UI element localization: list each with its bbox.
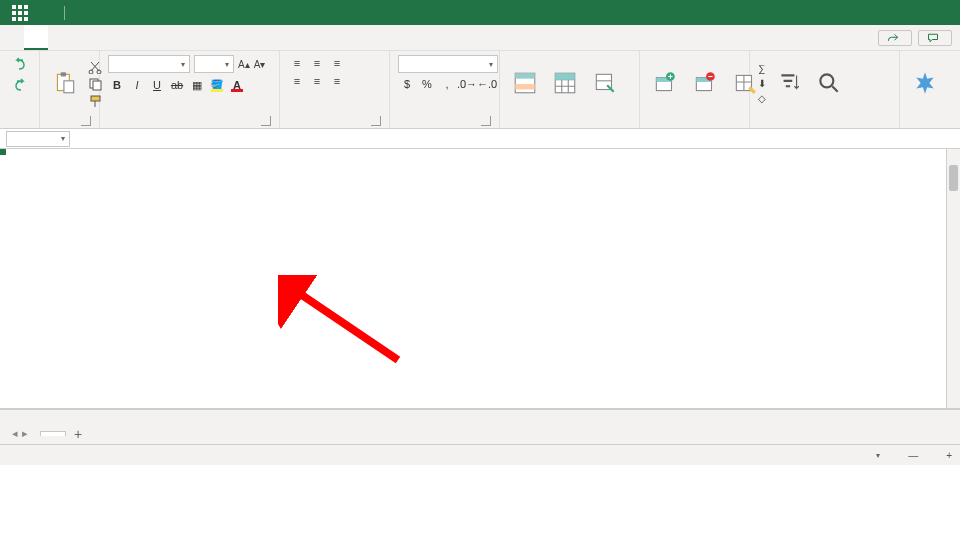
align-center-icon[interactable]: ≡ xyxy=(308,73,326,89)
comment-icon xyxy=(927,32,939,44)
group-tables xyxy=(508,112,631,126)
comments-button[interactable] xyxy=(918,30,952,46)
vertical-scrollbar[interactable] xyxy=(946,149,960,408)
tab-insert[interactable] xyxy=(48,25,72,50)
zoom-in[interactable]: + xyxy=(946,450,952,461)
align-mid-icon[interactable]: ≡ xyxy=(308,55,326,71)
align-bot-icon[interactable]: ≡ xyxy=(328,55,346,71)
tab-data[interactable] xyxy=(96,25,120,50)
tab-file[interactable] xyxy=(0,25,24,50)
find-select-button[interactable] xyxy=(812,68,846,100)
group-editing xyxy=(758,112,891,126)
font-name-dropdown[interactable]: ▾ xyxy=(108,55,190,73)
number-format-dropdown[interactable]: ▾ xyxy=(398,55,498,73)
cond-fmt-icon xyxy=(512,70,538,96)
tab-home[interactable] xyxy=(24,25,48,50)
italic-button[interactable]: I xyxy=(128,77,146,93)
align-left-icon[interactable]: ≡ xyxy=(288,73,306,89)
paste-button[interactable] xyxy=(48,68,82,100)
zoom-out[interactable]: — xyxy=(908,450,918,461)
svg-rect-10 xyxy=(515,84,535,89)
svg-rect-2 xyxy=(64,80,74,92)
dec-decimal-icon[interactable]: ←.0 xyxy=(478,76,496,92)
grow-font-icon[interactable]: A▴ xyxy=(238,59,250,70)
strike-button[interactable]: ab xyxy=(168,77,186,93)
bold-button[interactable]: B xyxy=(108,77,126,93)
spreadsheet-grid[interactable] xyxy=(0,149,960,409)
sort-filter-button[interactable] xyxy=(772,68,806,100)
svg-point-21 xyxy=(820,74,833,87)
find-icon xyxy=(816,70,842,96)
status-bar: ▾ — + xyxy=(0,445,960,465)
autosum-button[interactable]: ∑ xyxy=(758,63,765,74)
table-icon xyxy=(552,70,578,96)
undo-icon[interactable] xyxy=(11,55,29,73)
scroll-thumb[interactable] xyxy=(949,165,958,191)
ideas-button[interactable] xyxy=(908,68,942,100)
group-number xyxy=(398,112,491,126)
share-button[interactable] xyxy=(878,30,912,46)
add-sheet-button[interactable]: + xyxy=(66,426,90,442)
sheet-tab[interactable] xyxy=(40,431,66,436)
group-cells xyxy=(648,112,741,126)
delete-icon xyxy=(692,70,718,96)
ribbon: ▾ ▾ A▴ A▾ B I U ab ▦ 🪣 A ≡ ≡ ≡ ≡ xyxy=(0,51,960,129)
redo-icon[interactable] xyxy=(11,76,29,94)
stats-more[interactable]: ▾ xyxy=(876,451,880,460)
inc-decimal-icon[interactable]: .0→ xyxy=(458,76,476,92)
align-top-icon[interactable]: ≡ xyxy=(288,55,306,71)
titlebar xyxy=(0,0,960,25)
paste-icon xyxy=(52,70,78,96)
tab-formulas[interactable] xyxy=(72,25,96,50)
tab-view[interactable] xyxy=(144,25,168,50)
insert-cells-button[interactable] xyxy=(648,68,682,100)
separator xyxy=(64,6,65,20)
tell-me-search[interactable] xyxy=(222,25,246,50)
group-ideas xyxy=(908,112,938,126)
group-clipboard xyxy=(48,112,91,126)
svg-rect-7 xyxy=(91,96,100,101)
svg-rect-12 xyxy=(555,73,575,80)
tab-review[interactable] xyxy=(120,25,144,50)
name-box[interactable]: ▾ xyxy=(6,131,70,147)
app-launcher-icon[interactable] xyxy=(0,5,40,21)
svg-rect-9 xyxy=(515,73,535,78)
percent-icon[interactable]: % xyxy=(418,76,436,92)
font-color-button[interactable]: A xyxy=(228,77,246,93)
cell-styles-button[interactable] xyxy=(588,68,622,100)
shrink-font-icon[interactable]: A▾ xyxy=(254,59,266,70)
sheet-tabstrip: ◂ ▸ + xyxy=(0,423,960,445)
group-undo xyxy=(8,112,31,126)
share-icon xyxy=(887,32,899,44)
group-font xyxy=(108,112,271,126)
tab-help[interactable] xyxy=(168,25,192,50)
formula-bar: ▾ xyxy=(0,129,960,149)
fill-color-button[interactable]: 🪣 xyxy=(208,77,226,93)
fill-handle[interactable] xyxy=(0,149,6,155)
align-right-icon[interactable]: ≡ xyxy=(328,73,346,89)
comma-icon[interactable]: , xyxy=(438,76,456,92)
border-button[interactable]: ▦ xyxy=(188,77,206,93)
underline-button[interactable]: U xyxy=(148,77,166,93)
group-alignment xyxy=(288,112,381,126)
delete-cells-button[interactable] xyxy=(688,68,722,100)
tab-nav[interactable]: ◂ ▸ xyxy=(0,427,40,440)
ideas-icon xyxy=(912,70,938,96)
svg-rect-1 xyxy=(61,72,66,76)
format-as-table-button[interactable] xyxy=(548,68,582,100)
currency-icon[interactable]: $ xyxy=(398,76,416,92)
fill-button[interactable]: ⬇ xyxy=(758,78,766,89)
clear-button[interactable]: ◇ xyxy=(758,93,766,104)
styles-icon xyxy=(592,70,618,96)
font-size-dropdown[interactable]: ▾ xyxy=(194,55,234,73)
insert-icon xyxy=(652,70,678,96)
horizontal-scrollbar[interactable] xyxy=(0,409,960,423)
conditional-formatting-button[interactable] xyxy=(508,68,542,100)
menubar xyxy=(0,25,960,51)
sort-icon xyxy=(776,70,802,96)
